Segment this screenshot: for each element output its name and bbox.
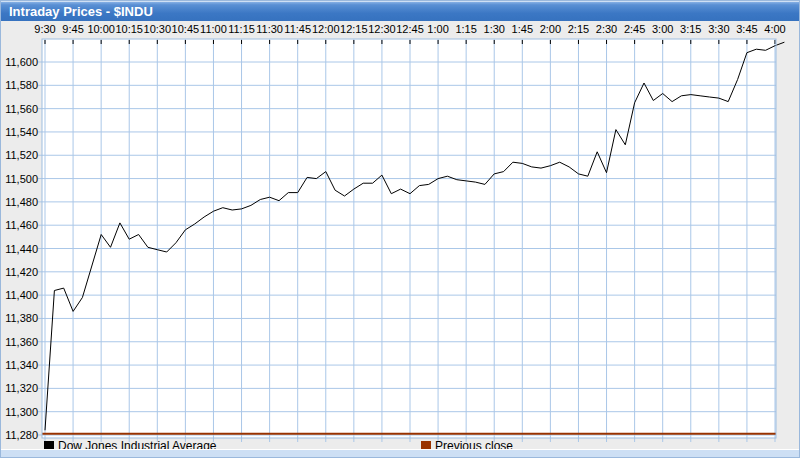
y-tick-label: 11,500: [1, 173, 38, 185]
price-chart: [1, 1, 799, 457]
y-tick-label: 11,320: [1, 382, 38, 394]
y-tick-label: 11,300: [1, 406, 38, 418]
y-tick-label: 11,480: [1, 196, 38, 208]
y-tick-label: 11,520: [1, 149, 38, 161]
chart-window: Intraday Prices - $INDU 9:309:4510:0010:…: [0, 0, 800, 458]
y-tick-label: 11,540: [1, 126, 38, 138]
y-tick-label: 11,340: [1, 359, 38, 371]
y-tick-label: 11,460: [1, 219, 38, 231]
window-bottom-strip: [1, 449, 799, 457]
y-tick-label: 11,380: [1, 312, 38, 324]
y-tick-label: 11,580: [1, 79, 38, 91]
y-tick-label: 11,400: [1, 289, 38, 301]
y-tick-label: 11,560: [1, 103, 38, 115]
plot-background: [42, 39, 776, 438]
y-tick-label: 11,600: [1, 56, 38, 68]
y-tick-label: 11,440: [1, 243, 38, 255]
y-tick-label: 11,360: [1, 336, 38, 348]
y-tick-label: 11,420: [1, 266, 38, 278]
